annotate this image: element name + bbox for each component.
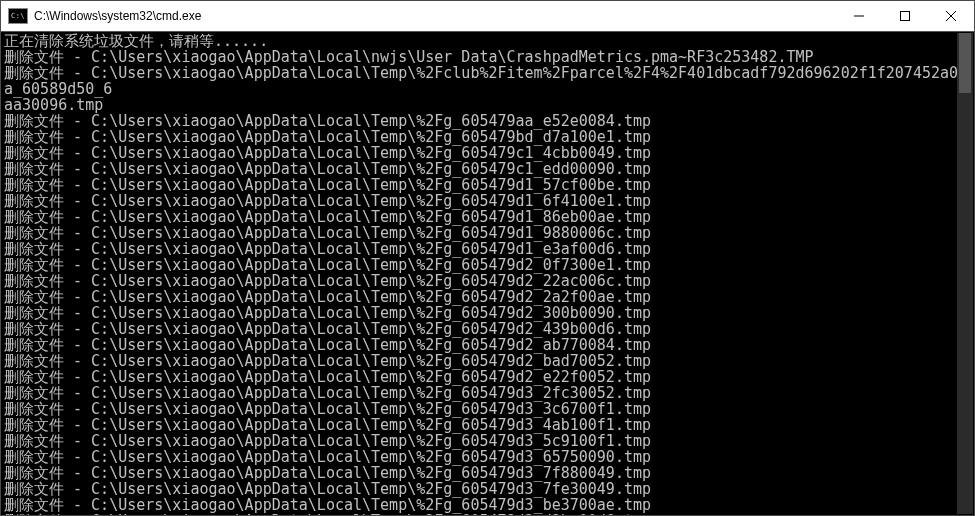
window-title: C:\Windows\system32\cmd.exe [34, 9, 836, 23]
svg-rect-1 [901, 12, 910, 21]
terminal-line: aa30096.tmp [4, 97, 974, 113]
vertical-scrollbar[interactable] [957, 33, 973, 514]
minimize-icon [854, 11, 864, 21]
terminal-line: 删除文件 - C:\Users\xiaogao\AppData\Local\Te… [4, 241, 974, 257]
terminal-line: 删除文件 - C:\Users\xiaogao\AppData\Local\nw… [4, 49, 974, 65]
terminal-line: 删除文件 - C:\Users\xiaogao\AppData\Local\Te… [4, 417, 974, 433]
terminal-line: 删除文件 - C:\Users\xiaogao\AppData\Local\Te… [4, 289, 974, 305]
terminal-line: 删除文件 - C:\Users\xiaogao\AppData\Local\Te… [4, 145, 974, 161]
terminal-line: 删除文件 - C:\Users\xiaogao\AppData\Local\Te… [4, 209, 974, 225]
terminal-line: 删除文件 - C:\Users\xiaogao\AppData\Local\Te… [4, 305, 974, 321]
terminal-line: 删除文件 - C:\Users\xiaogao\AppData\Local\Te… [4, 497, 974, 513]
terminal-line: 删除文件 - C:\Users\xiaogao\AppData\Local\Te… [4, 449, 974, 465]
close-button[interactable] [928, 1, 974, 31]
terminal-line: 删除文件 - C:\Users\xiaogao\AppData\Local\Te… [4, 433, 974, 449]
terminal-line: 删除文件 - C:\Users\xiaogao\AppData\Local\Te… [4, 193, 974, 209]
terminal-line: 正在清除系统垃圾文件，请稍等...... [4, 33, 974, 49]
terminal-line: 删除文件 - C:\Users\xiaogao\AppData\Local\Te… [4, 113, 974, 129]
terminal-line: 删除文件 - C:\Users\xiaogao\AppData\Local\Te… [4, 513, 974, 515]
terminal-line: 删除文件 - C:\Users\xiaogao\AppData\Local\Te… [4, 353, 974, 369]
maximize-icon [900, 11, 910, 21]
terminal-line: 删除文件 - C:\Users\xiaogao\AppData\Local\Te… [4, 257, 974, 273]
titlebar[interactable]: C:\ C:\Windows\system32\cmd.exe [1, 1, 974, 32]
maximize-button[interactable] [882, 1, 928, 31]
minimize-button[interactable] [836, 1, 882, 31]
cmd-icon-text: C:\ [11, 12, 25, 20]
window-controls [836, 1, 974, 31]
terminal-line: 删除文件 - C:\Users\xiaogao\AppData\Local\Te… [4, 337, 974, 353]
cmd-icon: C:\ [8, 8, 28, 24]
terminal-line: 删除文件 - C:\Users\xiaogao\AppData\Local\Te… [4, 401, 974, 417]
terminal-line: 删除文件 - C:\Users\xiaogao\AppData\Local\Te… [4, 273, 974, 289]
terminal-line: 删除文件 - C:\Users\xiaogao\AppData\Local\Te… [4, 129, 974, 145]
terminal-line: 删除文件 - C:\Users\xiaogao\AppData\Local\Te… [4, 369, 974, 385]
close-icon [946, 11, 956, 21]
terminal-line: 删除文件 - C:\Users\xiaogao\AppData\Local\Te… [4, 321, 974, 337]
terminal-line: 删除文件 - C:\Users\xiaogao\AppData\Local\Te… [4, 465, 974, 481]
terminal-line: 删除文件 - C:\Users\xiaogao\AppData\Local\Te… [4, 177, 974, 193]
terminal-line: 删除文件 - C:\Users\xiaogao\AppData\Local\Te… [4, 385, 974, 401]
terminal-line: 删除文件 - C:\Users\xiaogao\AppData\Local\Te… [4, 65, 974, 97]
scrollbar-thumb[interactable] [959, 33, 971, 93]
terminal-line: 删除文件 - C:\Users\xiaogao\AppData\Local\Te… [4, 161, 974, 177]
terminal-line: 删除文件 - C:\Users\xiaogao\AppData\Local\Te… [4, 481, 974, 497]
cmd-window: C:\ C:\Windows\system32\cmd.exe 正在清除系统垃圾… [0, 0, 975, 516]
terminal-output[interactable]: 正在清除系统垃圾文件，请稍等......删除文件 - C:\Users\xiao… [1, 32, 974, 515]
terminal-line: 删除文件 - C:\Users\xiaogao\AppData\Local\Te… [4, 225, 974, 241]
